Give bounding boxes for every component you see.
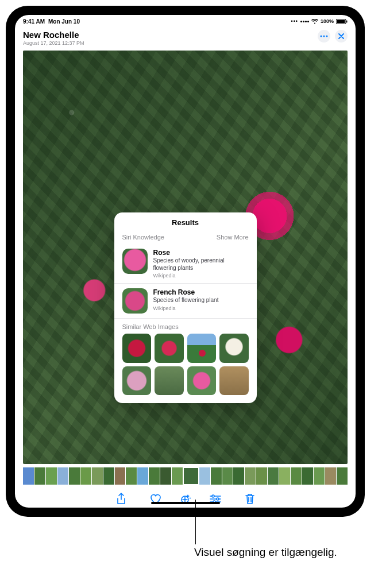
result-item-french-rose[interactable]: French Rose Species of flowering plant W… — [114, 284, 257, 319]
result-name: Rose — [153, 249, 249, 257]
show-more-button[interactable]: Show More — [217, 234, 249, 241]
favorite-button[interactable] — [148, 492, 163, 506]
svg-point-3 — [321, 36, 322, 37]
similar-image[interactable] — [219, 334, 249, 363]
similar-image[interactable] — [187, 334, 217, 363]
filmstrip-thumb[interactable] — [268, 467, 279, 485]
photo-filmstrip[interactable] — [23, 467, 348, 485]
ipad-device-frame: 9:41 AM Mon Jun 10 ••• 100% New Rochelle — [6, 6, 365, 517]
filmstrip-thumb[interactable] — [34, 467, 45, 485]
filmstrip-thumb[interactable] — [314, 467, 325, 485]
photo-datetime: August 17, 2021 12:37 PM — [23, 40, 84, 46]
svg-point-8 — [217, 498, 219, 500]
filmstrip-thumb[interactable] — [46, 467, 57, 485]
similar-images-grid — [114, 334, 257, 403]
similar-image[interactable] — [155, 334, 184, 363]
filmstrip-thumb[interactable] — [279, 467, 290, 485]
similar-image[interactable] — [187, 366, 217, 396]
filmstrip-thumb[interactable] — [233, 467, 244, 485]
siri-knowledge-label: Siri Knowledge — [122, 234, 164, 241]
filmstrip-thumb[interactable] — [302, 467, 313, 485]
filmstrip-thumb[interactable] — [291, 467, 302, 485]
filmstrip-thumb[interactable] — [126, 467, 137, 485]
filmstrip-thumb[interactable] — [23, 467, 34, 485]
filmstrip-thumb[interactable] — [115, 467, 126, 485]
filmstrip-thumb[interactable] — [80, 467, 91, 485]
result-thumbnail — [122, 249, 148, 274]
ipad-screen: 9:41 AM Mon Jun 10 ••• 100% New Rochelle — [15, 15, 356, 508]
result-description: Species of flowering plant — [153, 297, 219, 304]
similar-image[interactable] — [122, 366, 152, 396]
callout-text: Visuel søgning er tilgængelig. — [194, 546, 338, 560]
result-source: Wikipedia — [153, 305, 219, 311]
filmstrip-thumb[interactable] — [69, 467, 80, 485]
filmstrip-thumb[interactable] — [211, 467, 222, 485]
status-bar: 9:41 AM Mon Jun 10 ••• 100% — [15, 15, 356, 26]
filmstrip-thumb[interactable] — [92, 467, 103, 485]
svg-rect-2 — [346, 20, 348, 22]
svg-point-7 — [212, 495, 214, 497]
status-time: 9:41 AM — [23, 18, 45, 25]
similar-images-label: Similar Web Images — [114, 319, 257, 334]
app-header: New Rochelle August 17, 2021 12:37 PM — [15, 26, 356, 48]
close-button[interactable] — [335, 30, 348, 42]
visual-lookup-results-card: Results Siri Knowledge Show More Rose Sp… — [114, 212, 257, 403]
svg-point-4 — [323, 36, 325, 37]
svg-point-5 — [326, 36, 328, 37]
filmstrip-thumb[interactable] — [245, 467, 256, 485]
filmstrip-thumb[interactable] — [57, 467, 68, 485]
similar-image[interactable] — [219, 366, 249, 396]
filmstrip-thumb[interactable] — [222, 467, 233, 485]
share-button[interactable] — [114, 492, 129, 506]
filmstrip-thumb[interactable] — [160, 467, 171, 485]
results-title: Results — [114, 212, 257, 231]
home-indicator[interactable] — [151, 502, 220, 504]
filmstrip-thumb-selected[interactable] — [183, 467, 199, 485]
filmstrip-thumb[interactable] — [172, 467, 183, 485]
more-button[interactable] — [318, 30, 330, 42]
filmstrip-thumb[interactable] — [137, 467, 148, 485]
filmstrip-thumb[interactable] — [199, 467, 210, 485]
similar-image[interactable] — [122, 334, 152, 363]
filmstrip-thumb[interactable] — [149, 467, 160, 485]
visual-lookup-button[interactable] — [178, 492, 193, 506]
delete-button[interactable] — [242, 492, 257, 506]
filmstrip-thumb[interactable] — [103, 467, 114, 485]
photo-location-title: New Rochelle — [23, 30, 84, 40]
battery-icon — [336, 19, 348, 24]
status-date: Mon Jun 10 — [48, 18, 80, 25]
ellipsis-icon: ••• — [291, 18, 298, 24]
result-thumbnail — [122, 288, 148, 314]
filmstrip-thumb[interactable] — [325, 467, 336, 485]
similar-image[interactable] — [155, 366, 184, 396]
battery-percent: 100% — [321, 18, 334, 24]
result-source: Wikipedia — [153, 273, 249, 278]
filmstrip-thumb[interactable] — [256, 467, 267, 485]
bottom-toolbar — [15, 485, 356, 508]
wifi-icon — [311, 19, 318, 24]
svg-rect-1 — [337, 20, 345, 23]
photo-viewport[interactable]: Results Siri Knowledge Show More Rose Sp… — [23, 51, 348, 464]
filmstrip-thumb[interactable] — [337, 467, 348, 485]
result-description: Species of woody, perennial flowering pl… — [153, 257, 249, 272]
result-item-rose[interactable]: Rose Species of woody, perennial floweri… — [114, 244, 257, 284]
edit-button[interactable] — [208, 492, 223, 506]
callout-leader-line — [195, 500, 196, 544]
cellular-signal-icon — [300, 21, 309, 22]
result-name: French Rose — [153, 288, 219, 296]
